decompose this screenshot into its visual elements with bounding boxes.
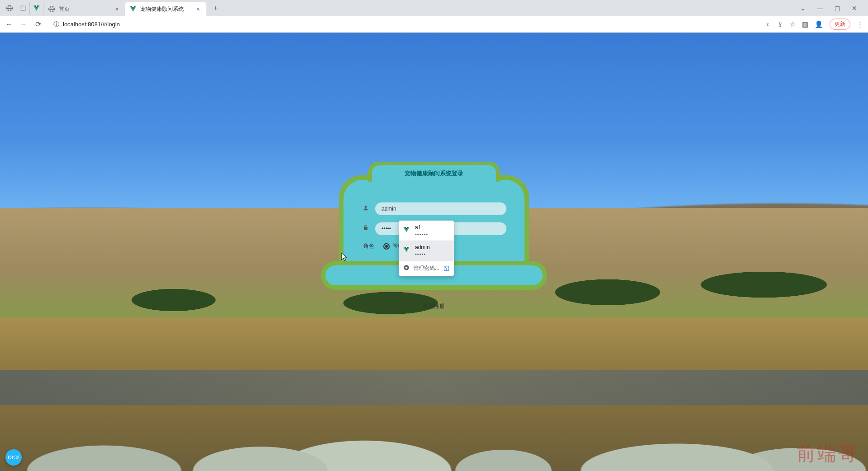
user-icon [362,205,370,213]
new-tab-button[interactable]: + [209,2,222,14]
browser-toolbar: ← → ⟳ ⓘ localhost:8081/#/login ⚿ ⇪ ☆ ▥ 👤… [0,16,868,33]
autofill-username: a1 [415,224,428,231]
profile-icon[interactable]: 👤 [815,20,823,29]
login-title: 宠物健康顾问系统登录 [372,165,496,182]
back-button[interactable]: ← [5,20,14,29]
radio-checked-icon [383,243,390,250]
autofill-username: admin [415,244,430,250]
tab-pinned-2[interactable] [16,2,30,14]
tab-title: 首页 [59,5,110,13]
password-key-icon[interactable]: ⚿ [764,20,771,28]
autofill-password-masked: ••••• [415,251,430,257]
tab-pinned-3[interactable] [30,2,43,14]
svg-rect-0 [21,6,25,10]
bookmark-icon[interactable]: ☆ [790,20,796,29]
manage-passwords-label: 管理密码... [413,264,439,272]
tab-home[interactable]: 首页 × [43,2,125,16]
chevron-down-icon[interactable]: ⌄ [798,5,807,12]
login-card: 宠物健康顾问系统登录 [321,175,547,310]
close-window-icon[interactable]: ✕ [850,5,859,12]
close-icon[interactable]: × [195,5,202,13]
share-icon[interactable]: ⇪ [777,20,783,29]
menu-icon[interactable]: ⋮ [857,20,863,29]
username-row [362,202,506,215]
vue-icon [129,5,137,13]
svg-point-4 [405,267,408,269]
tab-active[interactable]: 宠物健康顾问系统 × [125,2,206,16]
timestamp-badge: 03:32 [5,449,22,466]
lock-icon [362,225,370,233]
page-viewport: 宠物健康顾问系统登录 [0,33,868,471]
address-bar[interactable]: ⓘ localhost:8081/#/login [48,18,759,31]
vue-icon [403,227,410,234]
maximize-icon[interactable]: ▢ [833,5,842,12]
svg-rect-2 [364,227,367,230]
side-panel-icon[interactable]: ▥ [802,20,808,29]
tab-strip: 首页 × 宠物健康顾问系统 × + ⌄ — ▢ ✕ [0,0,868,16]
browser-chrome: 首页 × 宠物健康顾问系统 × + ⌄ — ▢ ✕ ← → ⟳ ⓘ localh… [0,0,868,33]
cursor-icon [341,253,348,264]
reload-button[interactable]: ⟳ [33,20,43,29]
tab-pinned-1[interactable] [3,2,16,14]
minimize-icon[interactable]: — [816,5,825,12]
username-input[interactable] [375,202,506,215]
autofill-item[interactable]: a1 •••••• [399,221,454,240]
key-icon: ⚿ [444,265,449,272]
role-label: 角色 [363,242,374,250]
login-header: 宠物健康顾问系统登录 [368,162,500,182]
tab-title: 宠物健康顾问系统 [140,5,191,13]
close-icon[interactable]: × [113,5,120,13]
forward-button[interactable]: → [19,20,28,29]
autofill-dropdown: a1 •••••• admin ••••• 管理密码... ⚿ [399,221,454,276]
svg-point-1 [365,206,367,208]
site-info-icon[interactable]: ⓘ [53,20,59,29]
update-button[interactable]: 更新 [830,19,850,30]
autofill-item[interactable]: admin ••••• [399,240,454,260]
vue-icon [403,247,410,254]
autofill-password-masked: •••••• [415,231,428,237]
register-link[interactable]: 顾问注册 [423,303,445,309]
register-link-row: 顾问注册 [321,303,547,310]
watermark-text: 前端哥 [796,441,859,466]
globe-icon [48,5,55,13]
autofill-manage[interactable]: 管理密码... ⚿ [399,260,454,276]
url-text: localhost:8081/#/login [63,21,120,28]
chrome-icon [403,264,410,272]
window-controls: ⌄ — ▢ ✕ [798,5,865,12]
